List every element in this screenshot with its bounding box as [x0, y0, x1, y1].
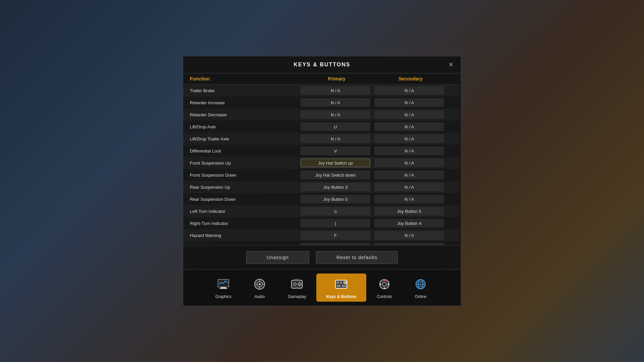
svg-rect-25: [342, 285, 346, 287]
fn-name: Differential Lock: [190, 148, 299, 154]
tab-gameplay[interactable]: Gameplay: [278, 274, 316, 302]
reset-defaults-button[interactable]: Reset to defaults: [316, 251, 398, 264]
graphics-icon: [215, 276, 231, 292]
primary-key[interactable]: Joy Button 3: [301, 183, 370, 191]
secondary-key[interactable]: N / A: [374, 134, 444, 143]
tab-graphics[interactable]: Graphics: [205, 274, 241, 302]
secondary-key[interactable]: N / A: [374, 243, 444, 245]
primary-key[interactable]: N / A: [301, 98, 370, 107]
secondary-key[interactable]: N / A: [374, 231, 444, 240]
svg-rect-1: [221, 287, 226, 288]
primary-key[interactable]: L: [301, 243, 370, 245]
tab-audio[interactable]: Audio: [241, 274, 278, 302]
svg-rect-19: [296, 287, 298, 288]
modal-footer: Unassign Reset to defaults: [183, 245, 461, 269]
fn-name: Right-Turn Indicator: [190, 221, 299, 226]
modal-header: KEYS & BUTTONS ✕: [183, 56, 461, 73]
svg-rect-22: [340, 282, 342, 284]
keys-buttons-icon: ✕: [333, 276, 349, 292]
secondary-key[interactable]: Joy Button 4: [374, 219, 444, 228]
primary-key[interactable]: N / A: [301, 86, 370, 95]
table-row[interactable]: Lift/Drop AxleUN / A: [183, 121, 460, 133]
table-row[interactable]: Lift/Drop Trailer AxleN / AN / A: [183, 133, 460, 145]
table-row[interactable]: Retarder DecreaseN / AN / A: [183, 109, 460, 121]
fn-name: Retarder Increase: [190, 100, 299, 105]
fn-name: Rear Suspension Up: [190, 185, 299, 190]
col-primary-label: Primary: [300, 76, 374, 81]
primary-key[interactable]: U: [301, 122, 370, 131]
table-row[interactable]: Front Suspension DownJoy Hat Switch down…: [183, 169, 460, 181]
fn-name: Hazard Warning: [190, 233, 299, 238]
fn-name: Left-Turn Indicator: [190, 209, 299, 214]
table-row[interactable]: Rear Suspension DownJoy Button 0N / A: [183, 193, 460, 205]
svg-point-32: [380, 284, 381, 285]
tab-online-label: Online: [415, 294, 427, 299]
secondary-key[interactable]: N / A: [374, 159, 444, 167]
svg-point-15: [300, 284, 302, 285]
svg-point-31: [384, 288, 385, 289]
svg-rect-21: [336, 282, 339, 284]
svg-point-7: [259, 283, 261, 285]
tab-graphics-label: Graphics: [215, 294, 231, 299]
secondary-key[interactable]: N / A: [374, 86, 444, 95]
fn-name: Lift/Drop Trailer Axle: [190, 136, 299, 141]
fn-name: Front Suspension Up: [190, 161, 299, 166]
svg-rect-18: [294, 279, 300, 280]
close-button[interactable]: ✕: [446, 60, 455, 69]
tab-controls-label: Controls: [377, 294, 392, 299]
svg-text:✕: ✕: [344, 282, 346, 284]
tab-gameplay-label: Gameplay: [288, 294, 306, 299]
primary-key[interactable]: N / A: [301, 134, 370, 143]
unassign-button[interactable]: Unassign: [246, 251, 309, 264]
svg-rect-24: [336, 285, 340, 287]
tab-online[interactable]: Online: [402, 274, 439, 302]
primary-key[interactable]: N / A: [301, 110, 370, 119]
table-row[interactable]: Differential LockVN / A: [183, 145, 460, 157]
svg-point-30: [384, 280, 385, 281]
table-row[interactable]: Light ModesLN / A: [183, 241, 460, 245]
primary-key[interactable]: F: [301, 231, 370, 240]
svg-point-16: [299, 285, 300, 286]
table-row[interactable]: Left-Turn IndicatorúJoy Button 5: [183, 205, 460, 217]
fn-name: Lift/Drop Axle: [190, 124, 299, 129]
fn-name: Trailer Brake: [190, 88, 299, 93]
svg-rect-2: [219, 288, 227, 289]
svg-point-17: [298, 284, 299, 285]
secondary-key[interactable]: N / A: [374, 98, 444, 107]
secondary-key[interactable]: Joy Button 5: [374, 207, 444, 216]
secondary-key[interactable]: N / A: [374, 146, 444, 155]
tab-keys-buttons-label: Keys & Buttons: [326, 294, 356, 299]
primary-key[interactable]: ú: [301, 207, 370, 216]
fn-name: Rear Suspension Down: [190, 197, 299, 202]
primary-key[interactable]: V: [301, 146, 370, 155]
secondary-key[interactable]: N / A: [374, 110, 444, 119]
table-body: Trailer BrakeN / AN / ARetarder Increase…: [183, 84, 461, 245]
primary-key[interactable]: ): [301, 219, 370, 228]
online-icon: [413, 276, 429, 292]
secondary-key[interactable]: N / A: [374, 195, 444, 203]
primary-key[interactable]: Joy Hat Switch down: [301, 171, 370, 179]
table-row[interactable]: Right-Turn Indicator)Joy Button 4: [183, 217, 460, 229]
svg-point-33: [388, 284, 389, 285]
secondary-key[interactable]: N / A: [374, 171, 444, 179]
table-row[interactable]: Hazard WarningFN / A: [183, 229, 460, 241]
audio-icon: [252, 276, 268, 292]
controls-icon: [376, 276, 392, 292]
primary-key[interactable]: Joy Button 0: [301, 195, 370, 203]
svg-point-14: [299, 282, 300, 284]
table-row[interactable]: Retarder IncreaseN / AN / A: [183, 97, 460, 109]
col-function-label: Function: [190, 76, 300, 81]
tab-keys-buttons[interactable]: ✕ Keys & Buttons: [316, 274, 366, 302]
tab-bar: Graphics Audio Gameplay ✕ Keys & Buttons…: [183, 269, 461, 306]
table-row[interactable]: Rear Suspension UpJoy Button 3N / A: [183, 181, 460, 193]
secondary-key[interactable]: N / A: [374, 183, 444, 191]
table-row[interactable]: Front Suspension UpJoy Hat Switch upN / …: [183, 157, 460, 169]
svg-point-29: [382, 282, 386, 286]
modal-title: KEYS & BUTTONS: [293, 62, 350, 68]
modal: KEYS & BUTTONS ✕ Function Primary Second…: [183, 56, 461, 269]
table-row[interactable]: Trailer BrakeN / AN / A: [183, 84, 460, 97]
secondary-key[interactable]: N / A: [374, 122, 444, 131]
tab-controls[interactable]: Controls: [366, 274, 402, 302]
fn-name: Retarder Decrease: [190, 112, 299, 117]
primary-key[interactable]: Joy Hat Switch up: [301, 159, 370, 167]
